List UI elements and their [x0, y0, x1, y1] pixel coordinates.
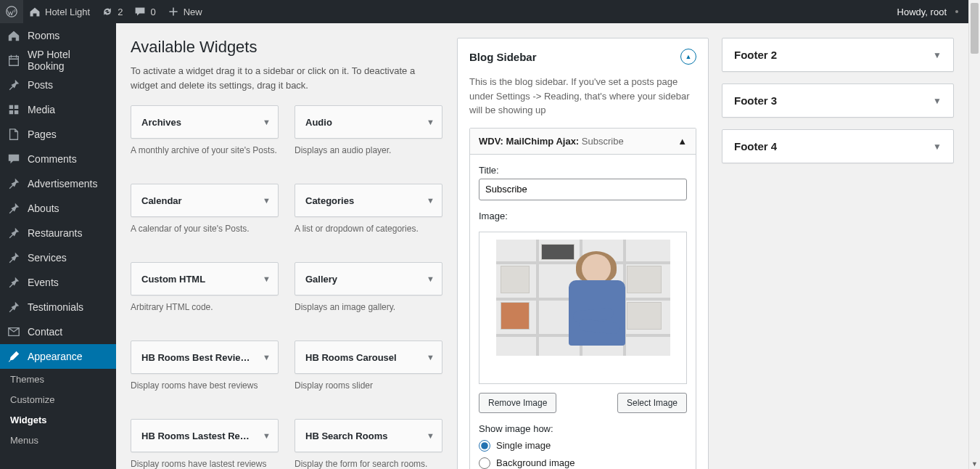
menu-item-rooms[interactable]: Rooms: [0, 23, 116, 48]
radio-bg-label: Background image: [496, 457, 575, 468]
mailchimp-widget: WDV: MailChimp Ajax: Subscribe ▲ Title: …: [469, 128, 696, 470]
widget-desc: Display the form for search rooms.: [295, 458, 442, 469]
chevron-down-icon[interactable]: ▼: [933, 142, 942, 152]
image-field-label: Image:: [479, 211, 687, 221]
menu-item-abouts[interactable]: Abouts: [0, 196, 116, 221]
howdy-link[interactable]: Howdy, root: [897, 7, 968, 17]
widget-desc: Arbitrary HTML code.: [131, 301, 279, 325]
menu-item-appearance[interactable]: Appearance: [0, 344, 116, 369]
blog-sidebar-desc: This is the blog sidebar. If you've set …: [469, 75, 696, 118]
comment-icon: [134, 6, 146, 17]
footer-header[interactable]: Footer 4▼: [722, 130, 953, 163]
show-how-label: Show image how:: [479, 423, 687, 434]
widget-desc: A list or dropdown of categories.: [295, 223, 442, 246]
new-label: New: [184, 7, 202, 17]
title-field-label: Title:: [479, 165, 687, 176]
wordpress-icon: [6, 6, 17, 17]
chevron-down-icon: ▼: [263, 353, 271, 362]
footer-panel-footer 3: Footer 3▼: [722, 83, 954, 118]
footer-panel-footer 4: Footer 4▼: [722, 129, 954, 163]
submenu-customize[interactable]: Customize: [0, 389, 116, 409]
image-preview: [496, 240, 670, 356]
content-area: Available Widgets To activate a widget d…: [116, 23, 968, 469]
widget-archives[interactable]: Archives▼: [131, 105, 279, 139]
chevron-down-icon: ▼: [427, 196, 435, 205]
radio-single[interactable]: [479, 440, 490, 452]
widget-hb-rooms-best-revie-[interactable]: HB Rooms Best Revie…▼: [131, 340, 279, 374]
menu-item-wp-hotel-booking[interactable]: WP Hotel Booking: [0, 48, 116, 73]
chevron-down-icon[interactable]: ▼: [933, 50, 942, 60]
site-link[interactable]: Hotel Light: [23, 0, 96, 23]
widget-name-prefix: WDV: MailChimp Ajax:: [479, 136, 579, 147]
admin-menu: RoomsWP Hotel BookingPostsMediaPagesComm…: [0, 23, 116, 469]
available-widgets-title: Available Widgets: [131, 38, 444, 57]
wp-logo[interactable]: [0, 0, 23, 23]
sidebar-column: Blog Sidebar ▲ This is the blog sidebar.…: [457, 38, 709, 469]
refresh-icon: [102, 6, 113, 17]
widget-categories[interactable]: Categories▼: [295, 184, 442, 217]
widget-calendar[interactable]: Calendar▼: [131, 184, 279, 217]
footer-panel-footer 2: Footer 2▼: [722, 38, 954, 72]
widget-desc: A calendar of your site's Posts.: [131, 223, 279, 246]
available-widgets-desc: To activate a widget drag it to a sideba…: [131, 64, 444, 92]
widget-hb-search-rooms[interactable]: HB Search Rooms▼: [295, 419, 442, 452]
menu-item-services[interactable]: Services: [0, 245, 116, 270]
menu-item-media[interactable]: Media: [0, 97, 116, 122]
page-scrollbar[interactable]: ▲ ▼: [968, 0, 980, 469]
widget-desc: Displays an audio player.: [295, 144, 442, 168]
menu-item-restaurants[interactable]: Restaurants: [0, 221, 116, 245]
mailchimp-widget-body: Title: Image:: [470, 155, 696, 470]
submenu-themes[interactable]: Themes: [0, 369, 116, 389]
menu-item-comments[interactable]: Comments: [0, 147, 116, 171]
submenu-menus[interactable]: Menus: [0, 430, 116, 450]
comments-link[interactable]: 0: [128, 0, 161, 23]
howdy-text: Howdy, root: [897, 7, 947, 17]
avatar-dot: [955, 10, 958, 13]
comments-count: 0: [150, 7, 155, 17]
select-image-button[interactable]: Select Image: [617, 393, 687, 413]
home-icon: [29, 6, 41, 17]
chevron-down-icon: ▼: [427, 118, 435, 126]
menu-item-advertisements[interactable]: Advertisements: [0, 171, 116, 196]
widget-audio[interactable]: Audio▼: [295, 105, 442, 139]
radio-background[interactable]: [479, 457, 490, 469]
footer-column: Footer 2▼Footer 3▼Footer 4▼: [722, 38, 954, 469]
scroll-down-icon[interactable]: ▼: [969, 459, 980, 469]
mailchimp-widget-header[interactable]: WDV: MailChimp Ajax: Subscribe ▲: [470, 129, 696, 155]
footer-header[interactable]: Footer 2▼: [722, 38, 953, 71]
title-input[interactable]: [479, 179, 687, 200]
chevron-down-icon: ▼: [427, 274, 435, 283]
remove-image-button[interactable]: Remove Image: [479, 393, 556, 413]
chevron-up-icon[interactable]: ▲: [678, 136, 687, 147]
menu-item-posts[interactable]: Posts: [0, 73, 116, 97]
menu-item-events[interactable]: Events: [0, 270, 116, 295]
widget-gallery[interactable]: Gallery▼: [295, 262, 442, 295]
chevron-down-icon[interactable]: ▼: [933, 96, 942, 106]
image-preview-frame: [479, 232, 687, 384]
blog-sidebar-title: Blog Sidebar: [469, 51, 537, 63]
widget-desc: A monthly archive of your site's Posts.: [131, 144, 279, 168]
menu-item-pages[interactable]: Pages: [0, 122, 116, 147]
widget-desc: Display rooms have best reviews: [131, 380, 279, 403]
radio-bg-row[interactable]: Background image: [479, 457, 687, 469]
new-link[interactable]: New: [162, 0, 208, 23]
widget-hb-rooms-carousel[interactable]: HB Rooms Carousel▼: [295, 340, 442, 374]
updates-count: 2: [118, 7, 123, 17]
widget-instance-name: Subscribe: [582, 136, 624, 147]
widget-desc: Display rooms have lastest reviews: [131, 458, 279, 469]
chevron-down-icon: ▼: [427, 353, 435, 362]
menu-item-contact[interactable]: Contact: [0, 319, 116, 344]
scroll-thumb[interactable]: [971, 3, 979, 54]
updates-link[interactable]: 2: [96, 0, 128, 23]
submenu-widgets[interactable]: Widgets: [0, 409, 116, 430]
widget-hb-rooms-lastest-re-[interactable]: HB Rooms Lastest Re…▼: [131, 419, 279, 452]
footer-header[interactable]: Footer 3▼: [722, 84, 953, 117]
widget-custom-html[interactable]: Custom HTML▼: [131, 262, 279, 295]
blog-sidebar-header[interactable]: Blog Sidebar ▲: [458, 38, 708, 75]
widget-desc: Displays an image gallery.: [295, 301, 442, 325]
blog-sidebar-panel: Blog Sidebar ▲ This is the blog sidebar.…: [457, 38, 709, 469]
chevron-down-icon: ▼: [263, 196, 271, 205]
radio-single-row[interactable]: Single image: [479, 440, 687, 452]
collapse-icon[interactable]: ▲: [680, 49, 696, 65]
menu-item-testimonials[interactable]: Testimonials: [0, 295, 116, 319]
